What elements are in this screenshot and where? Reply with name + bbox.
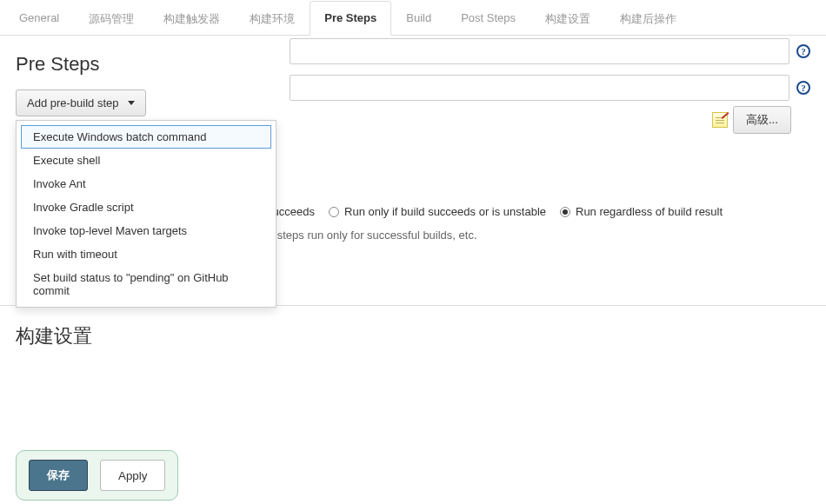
radio-label: Run regardless of build result (576, 205, 723, 218)
radio-icon (560, 207, 570, 217)
tab-environment[interactable]: 构建环境 (235, 1, 310, 36)
apply-button[interactable]: Apply (100, 460, 165, 491)
build-settings-header: 构建设置 (16, 323, 810, 349)
tab-post-build[interactable]: 构建后操作 (605, 1, 691, 36)
radio-succeeds-or-unstable[interactable]: Run only if build succeeds or is unstabl… (329, 205, 546, 218)
menu-item-run-with-timeout[interactable]: Run with timeout (21, 242, 271, 266)
build-field-2[interactable] (290, 75, 789, 101)
advanced-button[interactable]: 高级... (733, 106, 791, 134)
radio-icon (329, 207, 339, 217)
save-footer: 保存 Apply (16, 450, 178, 501)
menu-item-execute-windows-batch[interactable]: Execute Windows batch command (21, 125, 271, 149)
tab-scm[interactable]: 源码管理 (74, 1, 149, 36)
pre-build-step-menu: Execute Windows batch command Execute sh… (16, 120, 276, 308)
help-icon[interactable]: ? (796, 44, 810, 58)
menu-item-invoke-gradle[interactable]: Invoke Gradle script (21, 196, 271, 219)
menu-item-execute-shell[interactable]: Execute shell (21, 149, 271, 172)
tab-build[interactable]: Build (391, 1, 446, 36)
build-field-1[interactable] (290, 38, 789, 64)
radio-label: Run only if build succeeds or is unstabl… (344, 205, 546, 218)
tab-post-steps[interactable]: Post Steps (446, 1, 530, 36)
config-tabs: General 源码管理 构建触发器 构建环境 Pre Steps Build … (0, 0, 826, 36)
tab-pre-steps[interactable]: Pre Steps (310, 1, 391, 36)
save-button[interactable]: 保存 (29, 460, 88, 491)
tab-general[interactable]: General (4, 1, 74, 36)
radio-regardless[interactable]: Run regardless of build result (560, 205, 723, 218)
notes-icon (712, 112, 728, 128)
tab-build-settings[interactable]: 构建设置 (530, 1, 605, 36)
menu-item-set-github-status[interactable]: Set build status to "pending" on GitHub … (21, 266, 271, 302)
menu-item-invoke-ant[interactable]: Invoke Ant (21, 172, 271, 196)
tab-triggers[interactable]: 构建触发器 (149, 1, 235, 36)
menu-item-invoke-maven[interactable]: Invoke top-level Maven targets (21, 219, 271, 242)
help-icon[interactable]: ? (796, 81, 810, 95)
